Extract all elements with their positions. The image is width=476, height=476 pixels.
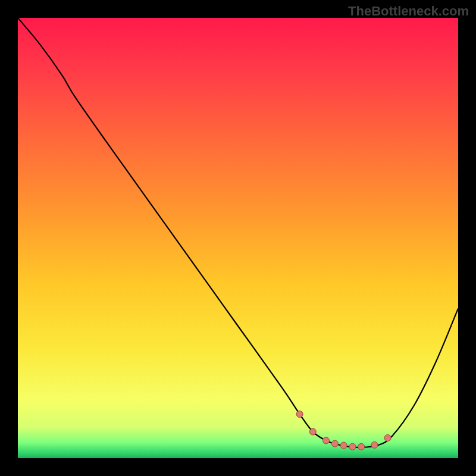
data-point-marker [323,437,330,444]
plot-area [18,18,458,458]
watermark-text: TheBottleneck.com [348,4,469,19]
data-point-markers [296,411,391,450]
data-point-marker [358,443,365,450]
data-point-marker [296,411,303,418]
data-point-marker [331,440,338,447]
data-point-marker [309,428,316,435]
chart-container: TheBottleneck.com [0,0,476,476]
data-point-marker [384,434,391,441]
marker-layer [18,18,458,458]
data-point-marker [371,441,378,448]
data-point-marker [349,443,356,450]
data-point-marker [340,442,347,449]
